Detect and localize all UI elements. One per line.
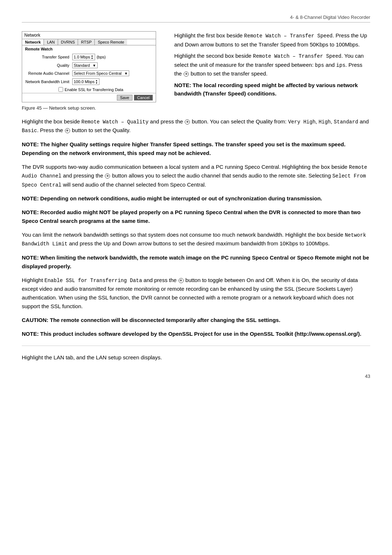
- tab-speco-remote[interactable]: Speco Remote: [95, 39, 127, 45]
- caution: CAUTION: The remote connection will be d…: [22, 316, 370, 325]
- note4: NOTE: When limiting the network bandwidt…: [22, 253, 370, 271]
- quality-dropdown-arrow: ▼: [93, 64, 96, 68]
- left-column: Network Network LAN DVRNS RTSP Speco Rem…: [22, 31, 163, 111]
- spinner-up[interactable]: ▲: [90, 54, 94, 57]
- ok-icon-4: ⊗: [105, 174, 110, 179]
- ok-icon-1: ⊗: [184, 72, 189, 77]
- ssl-checkbox[interactable]: [58, 87, 63, 92]
- bandwidth-para: You can limit the network bandwidth sett…: [22, 230, 370, 248]
- header-title: 4- & 8-Channel Digital Video Recorder: [290, 15, 370, 20]
- right-note: NOTE: The local recording speed might be…: [174, 81, 370, 98]
- ssl-checkbox-label: Enable SSL for Transferring Data: [65, 87, 123, 92]
- tab-rtsp[interactable]: RTSP: [78, 39, 95, 45]
- bandwidth-spinner[interactable]: ▲ ▼: [95, 79, 98, 84]
- transfer-speed-value: 1.0 Mbps: [74, 55, 90, 59]
- transfer-speed-input[interactable]: 1.0 Mbps ▲ ▼: [72, 54, 95, 60]
- main-content: Highlight the box beside Remote Watch – …: [22, 117, 370, 380]
- ok-icon-5: ⊗: [179, 278, 184, 283]
- page: 4- & 8-Channel Digital Video Recorder Ne…: [0, 0, 392, 402]
- transfer-speed-label: Transfer Speed: [25, 55, 72, 59]
- bandwidth-value: 100.0 Mbps: [74, 79, 94, 84]
- network-box-title: Network: [22, 32, 156, 39]
- page-number: 43: [22, 373, 370, 380]
- tab-dvrns[interactable]: DVRNS: [58, 39, 78, 45]
- note3: NOTE: Recorded audio might NOT be played…: [22, 208, 370, 225]
- right-para1: Highlight the first box beside Remote Wa…: [174, 31, 370, 49]
- ssl-checkbox-row: Enable SSL for Transferring Data: [22, 86, 156, 93]
- note1: NOTE: The higher Quality settings requir…: [22, 140, 370, 158]
- ok-icon-3: ⊗: [65, 128, 70, 133]
- remote-audio-value: Select From Speco Central: [74, 71, 122, 76]
- save-button[interactable]: Save: [117, 95, 132, 101]
- quality-dropdown[interactable]: Standard ▼: [72, 62, 98, 68]
- right-para2: Highlight the second box beside Remote W…: [174, 52, 370, 78]
- tab-network[interactable]: Network: [22, 39, 44, 45]
- remote-audio-dropdown[interactable]: Select From Speco Central ▼: [72, 70, 129, 76]
- bandwidth-spinner-down[interactable]: ▼: [95, 82, 98, 84]
- note5: NOTE: This product includes software dev…: [22, 330, 370, 338]
- audio-para: The DVR supports two-way audio communica…: [22, 163, 370, 189]
- spinner-down[interactable]: ▼: [90, 57, 94, 60]
- right-column: Highlight the first box beside Remote Wa…: [174, 31, 370, 111]
- network-box-footer: Save Cancel: [22, 93, 156, 102]
- tab-lan[interactable]: LAN: [44, 39, 58, 45]
- lan-para: Highlight the LAN tab, and the LAN setup…: [22, 353, 370, 362]
- section-divider: [22, 346, 370, 346]
- bandwidth-label: Network Bandwidth Limit: [25, 79, 72, 84]
- quality-value: Standard: [74, 63, 90, 68]
- network-setup-box: Network Network LAN DVRNS RTSP Speco Rem…: [22, 31, 156, 102]
- page-header: 4- & 8-Channel Digital Video Recorder: [22, 15, 370, 23]
- quality-row: Quality Standard ▼: [22, 61, 156, 69]
- remote-audio-arrow: ▼: [124, 72, 128, 76]
- bandwidth-input[interactable]: 100.0 Mbps ▲ ▼: [72, 78, 99, 85]
- ok-icon-2: ⊗: [185, 119, 190, 125]
- figure-caption: Figure 45 — Network setup screen.: [22, 105, 163, 111]
- remote-audio-row: Remote Audio Channel Select From Speco C…: [22, 69, 156, 77]
- quality-para: Highlight the box beside Remote Watch – …: [22, 117, 370, 135]
- transfer-speed-row: Transfer Speed 1.0 Mbps ▲ ▼ (bps): [22, 53, 156, 61]
- quality-label: Quality: [25, 63, 72, 68]
- bandwidth-row: Network Bandwidth Limit 100.0 Mbps ▲ ▼: [22, 77, 156, 86]
- remote-audio-label: Remote Audio Channel: [25, 71, 72, 76]
- ssl-para: Highlight Enable SSL for Transferring Da…: [22, 276, 370, 311]
- bandwidth-spinner-up[interactable]: ▲: [95, 79, 98, 82]
- two-col-section: Network Network LAN DVRNS RTSP Speco Rem…: [22, 31, 370, 111]
- note2: NOTE: Depending on network conditions, a…: [22, 194, 370, 203]
- transfer-speed-spinner[interactable]: ▲ ▼: [90, 54, 94, 60]
- remote-watch-label: Remote Watch: [22, 45, 156, 53]
- transfer-speed-unit: (bps): [97, 55, 106, 59]
- network-tabs: Network LAN DVRNS RTSP Speco Remote: [22, 39, 156, 45]
- cancel-button[interactable]: Cancel: [134, 95, 153, 101]
